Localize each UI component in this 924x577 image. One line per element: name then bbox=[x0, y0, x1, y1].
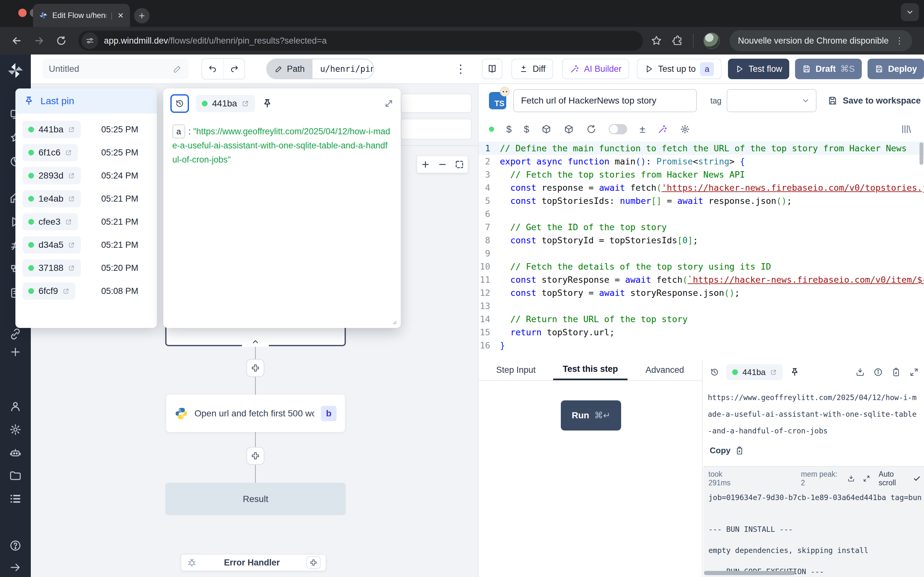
log-output[interactable]: job=019634e7-9d30-b7cb-1e89-03a64ed441ba… bbox=[708, 492, 924, 577]
step-title-input[interactable]: Fetch url of HackerNews top story bbox=[513, 89, 697, 112]
library-icon[interactable] bbox=[901, 124, 912, 135]
collapse-node-button[interactable] bbox=[242, 337, 269, 347]
pin-row[interactable]: d34a5 05:21 PM bbox=[23, 234, 150, 256]
link-icon[interactable] bbox=[9, 327, 22, 340]
tab-test-this-step[interactable]: Test this step bbox=[553, 359, 628, 380]
pin-row[interactable]: 6fcf9 05:08 PM bbox=[23, 279, 150, 303]
external-link-icon[interactable] bbox=[68, 126, 75, 133]
package-icon[interactable] bbox=[564, 124, 574, 134]
pin-row[interactable]: 37188 05:20 PM bbox=[23, 256, 150, 279]
reload-icon[interactable] bbox=[586, 124, 596, 134]
path-button[interactable]: Path u/henri/pin bbox=[266, 59, 374, 79]
zoom-out-icon[interactable] bbox=[438, 160, 447, 169]
code-line[interactable]: 2 export async function main(): Promise<… bbox=[479, 155, 924, 168]
undo-button[interactable] bbox=[202, 59, 223, 79]
auto-scroll-check-icon[interactable] bbox=[913, 474, 921, 483]
reload-icon[interactable] bbox=[56, 35, 67, 46]
code-line[interactable]: 15 return topStory.url; bbox=[479, 326, 924, 339]
tab-step-input[interactable]: Step Input bbox=[479, 359, 553, 380]
pin-row[interactable]: 6f1c6 05:25 PM bbox=[23, 141, 150, 164]
add-error-handler-button[interactable] bbox=[306, 556, 320, 569]
ai-builder-button[interactable]: AI Builder bbox=[562, 59, 629, 79]
code-line[interactable]: 14 // Return the URL of the top story bbox=[479, 313, 924, 326]
copy-button[interactable]: Copy bbox=[710, 446, 924, 456]
code-line[interactable]: 1 // Define the main function to fetch t… bbox=[479, 142, 924, 155]
diff-mode-icon[interactable]: ± bbox=[640, 123, 645, 135]
tag-select[interactable] bbox=[727, 89, 817, 112]
pin-row[interactable]: 1e4ab 05:21 PM bbox=[23, 187, 150, 210]
browser-tab[interactable]: Edit Flow u/henri/pin_results | bbox=[33, 4, 130, 27]
draft-button[interactable]: Draft ⌘S bbox=[795, 59, 862, 79]
diff-button[interactable]: Diff bbox=[511, 59, 553, 79]
code-line[interactable]: 11 const storyResponse = await fetch(`ht… bbox=[479, 273, 924, 286]
pin-id-chip[interactable]: cfee3 bbox=[23, 213, 78, 230]
pin-id-chip[interactable]: 6f1c6 bbox=[23, 144, 78, 161]
new-tab-button[interactable]: + bbox=[134, 8, 150, 23]
log-horizontal-scrollbar[interactable] bbox=[704, 571, 795, 575]
code-line[interactable]: 7 // Get the ID of the top story bbox=[479, 221, 924, 234]
code-line[interactable]: 10 // Fetch the details of the top story… bbox=[479, 260, 924, 273]
user-icon[interactable] bbox=[9, 400, 22, 413]
external-link-icon[interactable] bbox=[68, 195, 75, 202]
fit-view-icon[interactable] bbox=[455, 160, 464, 169]
external-link-icon[interactable] bbox=[68, 264, 75, 271]
editor-scrollbar[interactable] bbox=[919, 142, 923, 165]
run-button[interactable]: Run ⌘↵ bbox=[561, 400, 621, 430]
windmill-logo[interactable] bbox=[6, 61, 24, 79]
pin-id-chip[interactable]: 1e4ab bbox=[23, 190, 81, 207]
external-link-icon[interactable] bbox=[242, 100, 249, 107]
docs-button[interactable] bbox=[482, 59, 503, 79]
pin-id-chip[interactable]: 6fcf9 bbox=[23, 282, 75, 300]
flow-name-input[interactable]: Untitled bbox=[42, 59, 189, 79]
error-handler-node[interactable]: Error Handler bbox=[181, 554, 326, 571]
external-link-icon[interactable] bbox=[68, 172, 75, 179]
pin-id-chip[interactable]: 2893d bbox=[23, 167, 81, 184]
insert-step-button[interactable] bbox=[246, 359, 264, 377]
maximize-icon[interactable] bbox=[909, 367, 919, 377]
help-icon[interactable] bbox=[9, 539, 22, 552]
chrome-update-button[interactable]: Nouvelle version de Chrome disponible ⋮ bbox=[730, 30, 912, 51]
ai-assist-icon[interactable] bbox=[657, 124, 668, 134]
tab-advanced[interactable]: Advanced bbox=[628, 359, 702, 380]
tab-close-icon[interactable] bbox=[117, 12, 124, 19]
pin-row[interactable]: 441ba 05:25 PM bbox=[23, 118, 150, 141]
robot-icon[interactable] bbox=[9, 446, 22, 459]
code-line[interactable]: 8 const topStoryId = topStoriesIds[0]; bbox=[479, 234, 924, 247]
save-to-workspace-button[interactable]: Save to workspace bbox=[827, 95, 921, 106]
toggle-switch[interactable] bbox=[609, 124, 627, 134]
info-icon[interactable] bbox=[873, 367, 883, 377]
run-id-chip[interactable]: 441ba bbox=[196, 95, 255, 112]
code-line[interactable]: 13 bbox=[479, 300, 924, 313]
list-icon[interactable] bbox=[9, 492, 22, 505]
test-flow-button[interactable]: Test flow bbox=[728, 59, 789, 79]
code-line[interactable]: 4 const response = await fetch('https://… bbox=[479, 181, 924, 194]
maximize-logs-icon[interactable] bbox=[863, 474, 871, 483]
code-line[interactable]: 3 // Fetch the top stories from Hacker N… bbox=[479, 168, 924, 181]
code-line[interactable]: 12 const topStory = await storyResponse.… bbox=[479, 286, 924, 300]
history-button[interactable] bbox=[170, 94, 189, 113]
more-options-button[interactable]: ⋮ bbox=[455, 63, 467, 75]
insert-step-button[interactable] bbox=[246, 447, 264, 465]
external-link-icon[interactable] bbox=[770, 369, 777, 376]
external-link-icon[interactable] bbox=[65, 218, 72, 226]
code-editor[interactable]: 1 // Define the main function to fetch t… bbox=[479, 142, 924, 359]
external-link-icon[interactable] bbox=[68, 242, 75, 248]
gear-icon[interactable] bbox=[680, 124, 690, 134]
redo-button[interactable] bbox=[223, 59, 244, 79]
tab-search-button[interactable] bbox=[901, 3, 919, 21]
code-line[interactable]: 9 bbox=[479, 247, 924, 260]
pin-id-chip[interactable]: 37188 bbox=[23, 259, 81, 277]
expand-icon[interactable] bbox=[384, 99, 394, 108]
address-bar[interactable]: app.windmill.dev/flows/edit/u/henri/pin_… bbox=[78, 31, 643, 51]
pin-row[interactable]: cfee3 05:21 PM bbox=[23, 210, 150, 234]
site-settings-icon[interactable] bbox=[81, 32, 98, 49]
resources-icon[interactable]: $ bbox=[524, 124, 529, 135]
pin-id-chip[interactable]: d34a5 bbox=[23, 236, 81, 253]
zoom-in-icon[interactable] bbox=[421, 160, 430, 169]
code-line[interactable]: 16 } bbox=[479, 339, 924, 352]
extensions-icon[interactable] bbox=[672, 35, 683, 47]
resize-handle[interactable] bbox=[389, 317, 397, 326]
test-up-to-button[interactable]: Test up to a bbox=[637, 59, 722, 79]
python-step-node[interactable]: Open url and fetch first 500 words of ..… bbox=[166, 395, 345, 432]
bookmark-star-icon[interactable] bbox=[651, 35, 662, 47]
